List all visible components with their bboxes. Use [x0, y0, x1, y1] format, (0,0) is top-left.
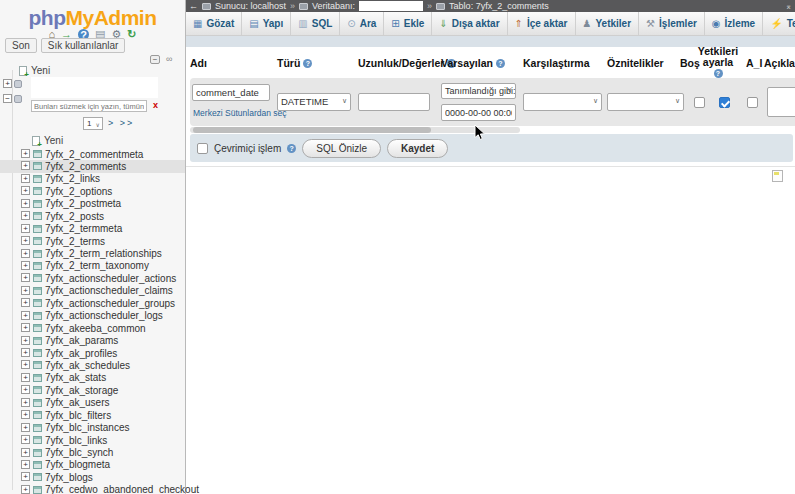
nav-table-row[interactable]: + 7yfx_blc_filters: [0, 409, 185, 421]
nav-table-row[interactable]: + 7yfx_2_term_relationships: [0, 248, 185, 260]
breadcrumb-server[interactable]: Sunucu: localhost: [215, 1, 286, 11]
table-name[interactable]: 7yfx_actionscheduler_logs: [45, 310, 163, 321]
nav-table-row[interactable]: + 7yfx_cedwo_abandoned_checkout: [0, 484, 185, 494]
back-arrow-icon[interactable]: ←: [189, 1, 198, 11]
tab-item[interactable]: ⇑ İçe aktar: [508, 12, 576, 35]
table-name[interactable]: 7yfx_blogmeta: [45, 459, 110, 470]
expand-table-icon[interactable]: +: [21, 149, 30, 158]
preview-sql-button[interactable]: SQL Önizle: [302, 139, 381, 158]
central-columns-link[interactable]: Merkezi Sütunlardan seç: [193, 108, 287, 118]
expand-table-icon[interactable]: +: [21, 286, 30, 295]
tree-page-next-links[interactable]: > >>: [108, 118, 134, 128]
nav-table-row[interactable]: + 7yfx_actionscheduler_claims: [0, 285, 185, 297]
online-transaction-checkbox[interactable]: [197, 143, 208, 154]
table-name[interactable]: 7yfx_2_links: [45, 173, 100, 184]
tab-item[interactable]: ⊞ Ekle: [384, 12, 432, 35]
expand-table-icon[interactable]: +: [21, 298, 30, 307]
null-checkbox[interactable]: [694, 97, 705, 108]
table-name[interactable]: 7yfx_akeeba_common: [45, 323, 146, 334]
tab-favorites[interactable]: Sık kullanılanlar: [41, 38, 126, 53]
nav-table-row[interactable]: + 7yfx_actionscheduler_actions: [0, 272, 185, 284]
page-shortcut-icon[interactable]: [772, 170, 783, 182]
save-button[interactable]: Kaydet: [387, 139, 448, 158]
scrollbar-thumb[interactable]: [193, 127, 431, 133]
tab-item[interactable]: ⚡ Tetikleyiciler: [763, 12, 795, 35]
table-name[interactable]: 7yfx_2_options: [45, 186, 112, 197]
tab-item[interactable]: ◉ İzleme: [705, 12, 763, 35]
expand-table-icon[interactable]: +: [21, 211, 30, 220]
expand-table-icon[interactable]: +: [21, 385, 30, 394]
filter-clear-icon[interactable]: x: [153, 100, 158, 110]
table-name[interactable]: 7yfx_ak_stats: [45, 372, 106, 383]
table-name[interactable]: 7yfx_blc_filters: [45, 410, 111, 421]
nav-table-row[interactable]: + 7yfx_ak_schedules: [0, 359, 185, 371]
table-name[interactable]: 7yfx_2_termmeta: [45, 223, 122, 234]
tab-item[interactable]: ♟ Yetkiler: [576, 12, 640, 35]
table-name[interactable]: 7yfx_blc_synch: [45, 447, 113, 458]
column-length-input[interactable]: [358, 93, 430, 111]
table-name[interactable]: 7yfx_ak_users: [45, 397, 109, 408]
table-name[interactable]: 7yfx_ak_storage: [45, 385, 118, 396]
refresh-icon[interactable]: ↻: [127, 28, 136, 40]
nav-table-row[interactable]: + 7yfx_actionscheduler_groups: [0, 297, 185, 309]
table-name[interactable]: 7yfx_ak_schedules: [45, 360, 130, 371]
expand-table-icon[interactable]: +: [21, 199, 30, 208]
expand-database-icon[interactable]: +: [3, 79, 12, 88]
breadcrumb-database-name-redacted[interactable]: [359, 1, 423, 11]
link-panel-icon[interactable]: ∞: [166, 54, 172, 64]
tab-recent[interactable]: Son: [5, 38, 37, 53]
nav-table-row[interactable]: + 7yfx_2_links: [0, 173, 185, 185]
tab-item[interactable]: ⚒ İşlemler: [639, 12, 705, 35]
help-icon[interactable]: ?: [714, 69, 723, 78]
table-name[interactable]: 7yfx_2_comments: [45, 161, 126, 172]
nav-table-row[interactable]: + 7yfx_2_term_taxonomy: [0, 260, 185, 272]
table-name[interactable]: 7yfx_2_terms: [45, 236, 105, 247]
database-name-redacted[interactable]: [31, 77, 158, 98]
expand-table-icon[interactable]: +: [21, 360, 30, 369]
table-name[interactable]: 7yfx_actionscheduler_groups: [45, 298, 175, 309]
new-table-link[interactable]: Yeni: [44, 135, 63, 146]
nav-table-row[interactable]: + 7yfx_blc_links: [0, 434, 185, 446]
nav-table-row[interactable]: + 7yfx_2_postmeta: [0, 198, 185, 210]
nav-table-row[interactable]: + 7yfx_2_termmeta: [0, 223, 185, 235]
expand-table-icon[interactable]: +: [21, 336, 30, 345]
expand-table-icon[interactable]: +: [21, 485, 30, 494]
expand-table-icon[interactable]: +: [21, 249, 30, 258]
expand-table-icon[interactable]: +: [21, 435, 30, 444]
table-name[interactable]: 7yfx_2_posts: [45, 211, 104, 222]
tab-item[interactable]: ▦ Gözat: [186, 12, 242, 35]
attributes-select[interactable]: ∨: [607, 93, 684, 111]
new-database-link[interactable]: Yeni: [31, 65, 50, 76]
expand-table-icon[interactable]: +: [21, 410, 30, 419]
expand-table-icon[interactable]: +: [21, 273, 30, 282]
breadcrumb-table[interactable]: Tablo: 7yfx_2_comments: [449, 1, 549, 11]
table-name[interactable]: 7yfx_2_term_relationships: [45, 248, 162, 259]
table-name[interactable]: 7yfx_cedwo_abandoned_checkout: [45, 484, 199, 494]
nav-table-row[interactable]: + 7yfx_ak_users: [0, 397, 185, 409]
expand-table-icon[interactable]: +: [21, 236, 30, 245]
nav-table-row[interactable]: + 7yfx_ak_profiles: [0, 347, 185, 359]
table-name[interactable]: 7yfx_ak_params: [45, 335, 118, 346]
table-name[interactable]: 7yfx_2_term_taxonomy: [45, 260, 149, 271]
collation-select[interactable]: ∨: [523, 93, 602, 111]
table-name[interactable]: 7yfx_blogs: [45, 472, 93, 483]
expand-table-icon[interactable]: +: [21, 348, 30, 357]
nav-table-row[interactable]: + 7yfx_2_terms: [0, 235, 185, 247]
expand-table-icon[interactable]: +: [21, 423, 30, 432]
nav-table-row[interactable]: + 7yfx_2_options: [0, 185, 185, 197]
nav-table-row[interactable]: + 7yfx_akeeba_common: [0, 322, 185, 334]
collapse-database-icon[interactable]: −: [3, 94, 12, 103]
table-name[interactable]: 7yfx_actionscheduler_claims: [45, 285, 173, 296]
auto-increment-checkbox[interactable]: [747, 97, 758, 108]
nav-table-row[interactable]: + 7yfx_blc_instances: [0, 422, 185, 434]
console-icon[interactable]: ⌅: [785, 2, 792, 11]
table-name[interactable]: 7yfx_blc_instances: [45, 422, 130, 433]
help-icon[interactable]: ?: [287, 144, 296, 153]
table-name[interactable]: 7yfx_actionscheduler_actions: [45, 273, 176, 284]
help-icon[interactable]: ?: [496, 59, 505, 68]
tab-item[interactable]: ▤ Yapı: [242, 12, 291, 35]
nav-table-row[interactable]: + 7yfx_blogmeta: [0, 459, 185, 471]
expand-table-icon[interactable]: +: [21, 373, 30, 382]
nav-table-row[interactable]: + 7yfx_ak_storage: [0, 384, 185, 396]
expand-table-icon[interactable]: +: [21, 174, 30, 183]
